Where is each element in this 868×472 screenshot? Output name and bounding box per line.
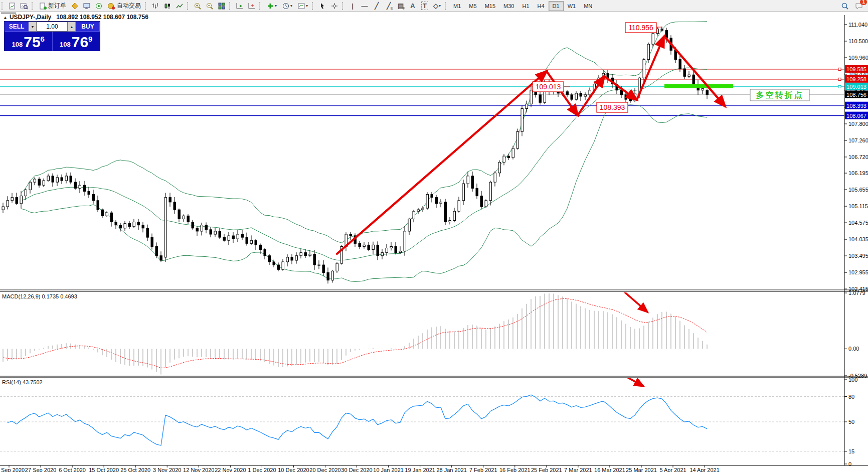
zoom-out-button[interactable]	[204, 1, 216, 12]
svg-text:110.500: 110.500	[848, 38, 868, 44]
bar-chart-icon	[151, 2, 159, 10]
candlestick-chart-icon	[163, 2, 171, 10]
chart-shift-button[interactable]	[246, 1, 258, 12]
svg-text:1.0779: 1.0779	[848, 290, 865, 296]
cursor-icon	[318, 2, 326, 10]
price-annotation-label: 108.393	[597, 102, 628, 112]
price-axis-badge: 109.013	[845, 83, 868, 90]
zoom-in-button[interactable]	[192, 1, 204, 12]
market-watch-button[interactable]	[69, 1, 81, 12]
toolbar-grip	[2, 2, 5, 10]
tile-windows-button[interactable]	[216, 1, 228, 12]
fibonacci-tool[interactable]: ▤F	[395, 1, 407, 12]
svg-text:25 Mar 2021: 25 Mar 2021	[626, 467, 657, 472]
collapse-triangle-icon[interactable]: ▲	[3, 15, 8, 20]
price-axis-badge: 109.585	[845, 65, 868, 73]
svg-text:30 Dec 2020: 30 Dec 2020	[341, 467, 372, 472]
svg-text:7 Mar 2021: 7 Mar 2021	[564, 467, 592, 472]
new-chart-icon	[8, 2, 16, 10]
svg-text:109.960: 109.960	[848, 55, 868, 61]
buy-price-pip: 9	[88, 35, 92, 43]
line-chart-button[interactable]	[173, 1, 186, 12]
svg-text:6 Oct 2020: 6 Oct 2020	[59, 467, 86, 472]
vertical-line-icon: |	[352, 2, 354, 10]
svg-text:0.00: 0.00	[848, 346, 859, 352]
svg-text:107.260: 107.260	[848, 137, 868, 143]
timeframe-button-M30[interactable]: M30	[499, 1, 518, 11]
svg-text:106.195: 106.195	[848, 170, 868, 176]
search-button[interactable]	[839, 1, 851, 12]
templates-button[interactable]: ▾	[295, 1, 310, 12]
navigator-icon	[95, 2, 103, 10]
chevron-down-icon: ▾	[275, 4, 277, 8]
svg-text:19 Jan 2021: 19 Jan 2021	[405, 467, 435, 472]
trendline-tool[interactable]: ╱	[371, 1, 383, 12]
svg-text:27 Sep 2020: 27 Sep 2020	[25, 467, 56, 472]
auto-scroll-button[interactable]	[234, 1, 246, 12]
auto-trading-button[interactable]: 自动交易	[105, 1, 143, 12]
timeframe-button-M5[interactable]: M5	[465, 1, 480, 11]
svg-text:0: 0	[848, 461, 851, 467]
svg-text:110.956: 110.956	[628, 24, 653, 32]
timeframe-button-H1[interactable]: H1	[518, 1, 533, 11]
rsi-indicator-label: RSI(14) 43.7502	[2, 379, 43, 385]
buy-button[interactable]: BUY	[76, 22, 100, 32]
svg-text:22 Nov 2020: 22 Nov 2020	[215, 467, 246, 472]
svg-text:16 Mar 2021: 16 Mar 2021	[594, 467, 625, 472]
timeframe-button-MN[interactable]: MN	[580, 1, 596, 11]
toolbar-grip	[187, 2, 190, 10]
vertical-line-tool[interactable]: |	[346, 1, 359, 12]
volume-increase-button[interactable]: ▲	[68, 22, 76, 32]
turning-point-annotation: 多空转折点	[750, 89, 809, 101]
cursor-button[interactable]	[316, 1, 328, 12]
bar-chart-button[interactable]	[149, 1, 161, 12]
timeframe-button-M15[interactable]: M15	[481, 1, 499, 11]
buy-price-display[interactable]: 108 76 9	[53, 32, 100, 51]
buy-price-figure: 108	[60, 40, 71, 50]
profiles-button[interactable]	[18, 1, 30, 12]
new-order-button[interactable]: 新订单	[36, 1, 69, 12]
svg-text:多空转折点: 多空转折点	[756, 90, 804, 100]
svg-text:109.013: 109.013	[846, 84, 866, 90]
indicators-button[interactable]: ▾	[264, 1, 279, 12]
data-window-icon	[83, 2, 91, 10]
navigator-button[interactable]	[93, 1, 105, 12]
notifications-button[interactable]: 1	[853, 1, 865, 12]
price-chart-canvas[interactable]: 110.956109.013108.393多空转折点111.040110.500…	[0, 0, 868, 472]
svg-text:28 Jan 2021: 28 Jan 2021	[436, 467, 467, 472]
text-label-tool[interactable]: T	[419, 1, 431, 12]
svg-text:105.655: 105.655	[848, 187, 868, 193]
toolbar-grip	[229, 2, 232, 10]
toolbar-grip	[259, 2, 262, 10]
trendline-icon: ╱	[375, 2, 379, 10]
timeframe-button-D1[interactable]: D1	[549, 1, 564, 11]
new-chart-button[interactable]	[6, 1, 18, 12]
chart-shift-icon	[248, 2, 256, 10]
data-window-button[interactable]	[81, 1, 93, 12]
shapes-tool[interactable]: ◇▾	[431, 1, 443, 12]
text-tool[interactable]: A	[407, 1, 419, 12]
candlestick-chart-button[interactable]	[161, 1, 173, 12]
fibonacci-sub-letter: F	[403, 6, 405, 11]
svg-text:109.585: 109.585	[846, 66, 866, 72]
channel-tool[interactable]: ╱E	[383, 1, 395, 12]
periods-button[interactable]: ▾	[279, 1, 295, 12]
timeframe-button-H4[interactable]: H4	[534, 1, 549, 11]
line-handle	[838, 85, 841, 88]
svg-text:5 Apr 2021: 5 Apr 2021	[659, 467, 686, 472]
timeframe-button-M1[interactable]: M1	[449, 1, 465, 11]
sell-price-display[interactable]: 108 75 6	[5, 32, 52, 51]
svg-text:16 Feb 2021: 16 Feb 2021	[499, 467, 531, 472]
mt4-terminal-window: { "toolbar": { "new_order_label": "新订单",…	[0, 0, 868, 472]
symbol-name: USDJPY-,Daily	[10, 14, 51, 21]
volume-decrease-button[interactable]: ▼	[29, 22, 37, 32]
sell-price-big: 75	[24, 35, 40, 50]
horizontal-line-tool[interactable]: —	[359, 1, 371, 12]
volume-input[interactable]	[37, 22, 68, 32]
sell-button[interactable]: SELL	[5, 22, 29, 32]
timeframe-button-W1[interactable]: W1	[564, 1, 580, 11]
market-watch-icon	[71, 2, 79, 10]
svg-text:104.575: 104.575	[848, 220, 868, 226]
one-click-trading-panel: SELL ▼ ▲ BUY 108 75 6 108 76 9	[4, 21, 100, 51]
crosshair-button[interactable]	[328, 1, 340, 12]
